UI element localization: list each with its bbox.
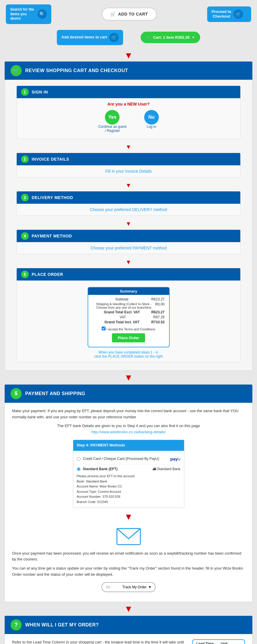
step4-header: 4 PAYMENT METHOD xyxy=(17,230,240,242)
terms-label: I accept the Terms and Conditions xyxy=(106,327,155,331)
lead-time-table: Lead Time Unit Softcover 24 Hours xyxy=(193,640,239,644)
track-order-label: Track My Order xyxy=(122,585,147,589)
payment-option-eft: Standard Bank (EFT) 🏙 Standard Bank xyxy=(77,466,181,472)
top-bar: Search for the items you desire 🔍 🛒 ADD … xyxy=(0,0,257,28)
terms-row: I accept the Terms and Conditions xyxy=(93,327,165,331)
step5-header: 5 PLACE ORDER xyxy=(17,268,240,281)
step3-header: 3 DELIVERY METHOD xyxy=(17,191,240,204)
email-note2: You can at any time get a status update … xyxy=(12,565,245,578)
place-order-button[interactable]: Place Order xyxy=(112,333,145,342)
subtotal-value: R623.27 xyxy=(151,297,164,301)
lead-time-header-row: Lead Time Unit xyxy=(193,640,239,644)
payment-box-header: Step 4: PAYMENT Methods xyxy=(73,440,184,451)
when-order-layout: Lead Time Unit Softcover 24 Hours xyxy=(12,639,245,644)
checkout-section-title: REVIEW SHOPPING CART AND CHECKOUT xyxy=(25,68,128,73)
arrow-down-4: ▼ xyxy=(0,604,257,613)
eft-label: Standard Bank (EFT) xyxy=(83,466,118,472)
payment-option-card: Credit Card / Cheque Card (Processed By … xyxy=(77,456,181,463)
checkout-section-header: 🛒 REVIEW SHOPPING CART AND CHECKOUT xyxy=(5,62,252,80)
step-invoice: 2 INVOICE DETAILS Fill in your Invoice D… xyxy=(16,153,241,177)
proceed-label: Proceed toCheckout xyxy=(212,9,231,19)
place-order-note: When you have completed steps 1 - 4,clic… xyxy=(21,350,236,358)
step-payment: 4 PAYMENT METHOD Choose your preferred P… xyxy=(16,230,241,254)
step4-text: Choose your preferred PAYMENT method xyxy=(21,246,236,250)
payu-logo: payU xyxy=(170,456,181,463)
standard-bank-logo: 🏙 Standard Bank xyxy=(153,466,181,472)
proceed-checkout-button[interactable]: Proceed toCheckout 🛒 xyxy=(207,6,251,22)
step3-text: Choose your preferred DELIVERY method xyxy=(21,207,236,212)
vat-value: R87.26 xyxy=(153,315,165,319)
step-arrow-2: ▼ xyxy=(16,180,241,191)
step4-number: 4 xyxy=(21,232,29,240)
summary-row-excl: Grand Total Excl. VAT R623.27 xyxy=(93,310,165,314)
payment-intro: Make your payment. If you are paying by … xyxy=(12,408,245,420)
vat-label: VAT xyxy=(93,315,153,319)
search-button-label: Search for the items you desire xyxy=(10,7,35,21)
step5-title: PLACE ORDER xyxy=(32,272,63,277)
arrow-down-2: ▼ xyxy=(0,373,257,382)
card-label: Credit Card / Cheque Card (Processed By … xyxy=(83,456,159,462)
track-order-row: Track My Order ▼ xyxy=(12,582,245,592)
email-note1: Once your payment has been processed, yo… xyxy=(12,550,245,563)
cart-total-button[interactable]: 🛒 Cart: 1 item R362.35 ▼ xyxy=(141,32,200,43)
no-option: No Log in xyxy=(144,110,159,133)
search-button[interactable]: Search for the items you desire 🔍 xyxy=(6,4,51,24)
when-order-body: Lead Time Unit Softcover 24 Hours xyxy=(5,634,252,644)
step-arrow-1: ▼ xyxy=(16,141,241,153)
step-delivery: 3 DELIVERY METHOD Choose your preferred … xyxy=(16,191,241,216)
cart-icon: 🛒 xyxy=(109,33,119,42)
payment-box: Step 4: PAYMENT Methods Credit Card / Ch… xyxy=(73,440,184,508)
no-sub-label: Log in xyxy=(144,125,159,129)
banking-url: http://www.wizebooks.co.za/banking-detai… xyxy=(91,430,166,434)
step-arrow-3: ▼ xyxy=(16,218,241,230)
incl-label: Grand Total Incl. VAT xyxy=(93,320,152,324)
new-user-question: Are you a NEW User? xyxy=(21,102,236,106)
second-bar: Add desired items to cart 🛒 🛒 Cart: 1 it… xyxy=(0,28,257,50)
step5-body: Summary Subtotal R623.27 Shipping & Hand… xyxy=(17,281,240,362)
step1-title: SIGN IN xyxy=(32,90,48,94)
when-order-section: ? WHEN WILL I GET MY ORDER? Lead Time Un… xyxy=(4,616,253,644)
step1-body: Are you a NEW User? Yes Continue as gues… xyxy=(17,98,240,139)
yes-no-row: Yes Continue as guest/ Register No Log i… xyxy=(21,110,236,133)
bank-details: Please process your EFT to this account:… xyxy=(77,474,181,505)
add-to-cart-button[interactable]: 🛒 ADD TO CART xyxy=(102,8,156,21)
payment-shipping-body: Make your payment. If you are paying by … xyxy=(5,403,252,602)
email-icon xyxy=(115,526,142,546)
excl-label: Grand Total Excl. VAT xyxy=(93,310,152,314)
payment-box-body: Credit Card / Cheque Card (Processed By … xyxy=(73,451,184,508)
cart-icon: 🛒 xyxy=(146,35,151,40)
step2-header: 2 INVOICE DETAILS xyxy=(17,153,240,165)
step2-body: Fill in your Invoice Details xyxy=(17,165,240,177)
payment-shipping-section: $ PAYMENT AND SHIPPING Make your payment… xyxy=(4,384,253,602)
unit-col: Unit xyxy=(217,640,239,644)
arrow-down-1: ▼ xyxy=(0,51,257,60)
no-button[interactable]: No xyxy=(144,110,159,125)
step4-title: PAYMENT METHOD xyxy=(32,234,72,238)
track-dropdown-icon: ▼ xyxy=(148,585,152,589)
payment-shipping-header: $ PAYMENT AND SHIPPING xyxy=(5,385,252,403)
cart-total-label: Cart: 1 item R362.35 xyxy=(153,35,189,40)
step2-title: INVOICE DETAILS xyxy=(32,157,69,162)
eft-radio[interactable] xyxy=(77,467,81,471)
card-radio[interactable] xyxy=(77,457,81,461)
step-arrow-4: ▼ xyxy=(16,256,241,268)
bank-details-text: Bank: Standard Bank Account Name: Wize B… xyxy=(77,479,181,505)
shipping-value: R0.00 xyxy=(155,302,164,309)
svg-rect-0 xyxy=(117,529,140,545)
summary-title: Summary xyxy=(88,288,169,295)
track-order-button[interactable]: Track My Order ▼ xyxy=(119,582,156,592)
yes-sub-label: Continue as guest/ Register xyxy=(98,125,127,133)
add-desired-button[interactable]: Add desired items to cart 🛒 xyxy=(57,30,123,45)
yes-option: Yes Continue as guest/ Register xyxy=(98,110,127,133)
yes-button[interactable]: Yes xyxy=(105,110,120,125)
email-icon-container xyxy=(12,526,245,546)
track-order-input[interactable] xyxy=(101,582,119,592)
dollar-icon: $ xyxy=(11,388,22,399)
terms-checkbox[interactable] xyxy=(102,327,105,330)
excl-value: R623.27 xyxy=(151,310,164,314)
step-place-order: 5 PLACE ORDER Summary Subtotal R623.27 S… xyxy=(16,268,241,362)
step-signin: 1 SIGN IN Are you a NEW User? Yes Contin… xyxy=(16,86,241,139)
add-desired-label: Add desired items to cart xyxy=(61,35,107,40)
step4-body: Choose your preferred PAYMENT method xyxy=(17,242,240,254)
lead-time-table-container: Lead Time Unit Softcover 24 Hours xyxy=(192,639,245,644)
